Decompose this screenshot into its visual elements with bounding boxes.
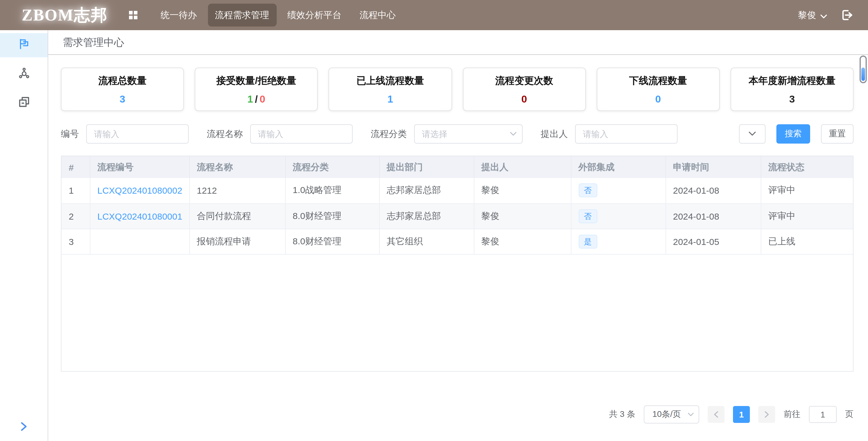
table-header: # 流程编号 流程名称 流程分类 提出部门 提出人 外部集成 申请时间 流程状态 [61,156,853,178]
nav-item-process-demand[interactable]: 流程需求管理 [208,4,276,27]
top-nav: 统一待办 流程需求管理 绩效分析平台 流程中心 [153,4,403,27]
sidebar-expand-button[interactable] [0,422,48,434]
cell-process-code: LCXQ202401080002 [90,178,189,203]
col-proposer: 提出人 [474,156,571,178]
external-badge: 否 [578,209,597,223]
cell-department: 志邦家居总部 [379,203,474,229]
cell-category: 8.0财经管理 [285,203,379,229]
user-name: 黎俊 [798,9,816,21]
scrollbar[interactable] [860,56,867,83]
filter-proposer: 提出人 [541,124,678,144]
cell-process-code: LCXQ202401080001 [90,203,189,229]
page-size-select[interactable]: 10条/页 [644,405,699,423]
table-body: 1 LCXQ202401080002 1212 1.0战略管理 志邦家居总部 黎… [61,178,853,254]
stat-slash: / [253,93,259,105]
cell-proposer: 黎俊 [474,203,571,229]
sidebar [0,30,48,441]
chevron-down-icon [820,10,827,20]
page-size-value: 10条/页 [652,409,681,420]
cell-external-integration: 否 [571,203,665,229]
filter-proposer-label: 提出人 [541,128,568,140]
external-badge: 否 [578,184,597,198]
stat-value: 0 [655,94,661,104]
process-code-link[interactable]: LCXQ202401080001 [97,211,182,221]
reset-button[interactable]: 重置 [821,124,854,144]
cell-apply-date: 2024-01-08 [665,178,761,203]
filter-code-label: 编号 [61,128,79,140]
stat-value: 3 [789,94,795,104]
next-page-button[interactable] [758,406,775,423]
status-text: 评审中 [768,185,795,195]
page-title: 需求管理中心 [63,35,124,49]
sidebar-item-demand-center[interactable] [0,33,48,57]
chevron-down-icon [510,132,517,136]
col-status: 流程状态 [761,156,853,178]
col-index: # [61,156,90,178]
cell-process-name: 1212 [189,178,285,203]
stat-label: 流程变更次数 [495,75,553,87]
stat-card-changes: 流程变更次数 0 [463,67,586,111]
table-row[interactable]: 2 LCXQ202401080001 合同付款流程 8.0财经管理 志邦家居总部… [61,203,853,229]
stat-reject-value: 0 [259,93,265,105]
category-select[interactable] [414,124,523,144]
cell-index: 1 [61,178,90,203]
goto-page-input[interactable] [809,406,837,423]
page-number-1[interactable]: 1 [733,406,750,423]
status-text: 已上线 [768,236,795,246]
process-table: # 流程编号 流程名称 流程分类 提出部门 提出人 外部集成 申请时间 流程状态… [61,156,854,372]
cell-index: 3 [61,229,90,254]
zbom-logo[interactable]: ZBOM志邦 [22,4,107,26]
sidebar-item-copies[interactable] [0,91,48,115]
filter-category-label: 流程分类 [371,128,407,140]
process-name-input[interactable] [250,124,352,144]
stat-card-total: 流程总数量 3 [61,67,184,111]
page-header: 需求管理中心 [48,30,868,55]
main-content: 需求管理中心 流程总数量 3 接受数量/拒绝数量 1/0 已上线流程数量 1 [48,30,868,441]
app-window: ZBOM志邦 统一待办 流程需求管理 绩效分析平台 流程中心 黎俊 [0,0,868,441]
stat-card-offline: 下线流程数量 0 [596,67,719,111]
search-button[interactable]: 搜索 [776,124,810,144]
proposer-input[interactable] [575,124,678,144]
cell-status: 评审中 [761,178,853,203]
process-code-link[interactable]: LCXQ202401080002 [97,185,182,196]
cell-external-integration: 否 [571,178,665,203]
nav-item-todo[interactable]: 统一待办 [153,4,204,27]
scrollbar-thumb[interactable] [861,67,865,81]
stat-label: 流程总数量 [98,75,147,87]
filter-name: 流程名称 [207,124,352,144]
cell-index: 2 [61,203,90,229]
content-area: 流程总数量 3 接受数量/拒绝数量 1/0 已上线流程数量 1 流程变更次数 0 [48,55,868,423]
filter-name-label: 流程名称 [207,128,243,140]
nav-item-process-center[interactable]: 流程中心 [352,4,403,27]
pagination: 共 3 条 10条/页 1 前往 页 [61,405,854,423]
cell-status: 已上线 [761,229,853,254]
category-select-input[interactable] [414,124,523,144]
external-badge: 是 [578,234,597,248]
topbar-right: 黎俊 [798,8,854,22]
code-input[interactable] [86,124,189,144]
stat-value: 1/0 [247,94,265,104]
collapse-filters-button[interactable] [739,124,766,144]
flag-icon [17,37,30,53]
stat-cards: 流程总数量 3 接受数量/拒绝数量 1/0 已上线流程数量 1 流程变更次数 0 [61,67,854,111]
cell-apply-date: 2024-01-08 [665,203,761,229]
col-external-integration: 外部集成 [571,156,665,178]
nav-item-performance[interactable]: 绩效分析平台 [280,4,349,27]
user-menu[interactable]: 黎俊 [798,9,827,21]
table-row[interactable]: 1 LCXQ202401080002 1212 1.0战略管理 志邦家居总部 黎… [61,178,853,203]
stat-value: 1 [387,94,393,104]
page-unit-label: 页 [845,409,854,420]
cell-process-code [90,229,189,254]
sidebar-item-process-map[interactable] [0,62,48,86]
stat-value: 0 [521,94,527,104]
table-row[interactable]: 3 报销流程申请 8.0财经管理 其它组织 黎俊 是 2024-01-05 已上… [61,229,853,254]
filter-code: 编号 [61,124,189,144]
stat-accept-value: 1 [247,93,253,105]
stat-value: 3 [120,94,125,104]
logout-icon[interactable] [840,8,854,22]
chevron-right-icon [20,422,27,434]
app-grid-icon[interactable] [128,10,138,20]
prev-page-button[interactable] [708,406,724,423]
chevron-down-icon [688,413,694,416]
copy-documents-icon [17,95,30,111]
